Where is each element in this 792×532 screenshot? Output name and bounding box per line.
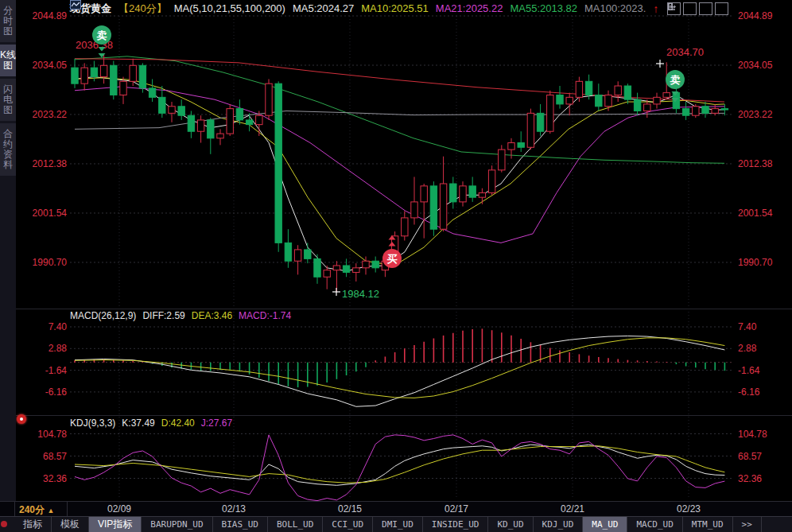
header-toolbar — [667, 2, 728, 15]
export-icon[interactable] — [715, 2, 728, 15]
price-annotation: 2034.70 — [666, 46, 704, 58]
ma-summary: MA(5,10,21,55,100,200) — [174, 2, 285, 14]
svg-text:2012.38: 2012.38 — [33, 158, 68, 169]
macd-diff-value: DIFF:2.59 — [142, 310, 184, 321]
svg-text:68.57: 68.57 — [43, 451, 67, 462]
svg-text:7.40: 7.40 — [49, 321, 68, 332]
indicator-tab[interactable]: VIP指标 — [89, 517, 142, 532]
divider — [14, 502, 15, 516]
sidebar-tab-item[interactable]: 闪电图 — [0, 79, 16, 121]
date-label: 02/15 — [338, 503, 362, 515]
price-up-arrow-icon: ↑ — [653, 2, 658, 15]
svg-text:2044.89: 2044.89 — [33, 10, 68, 21]
sidebar-tab-selected[interactable]: K线图 — [0, 45, 16, 76]
macd-macd-value: MACD:-1.74 — [239, 310, 291, 321]
indicator-tab[interactable]: MTM_UD — [683, 517, 733, 532]
indicator-tab[interactable]: KDJ_UD — [534, 517, 584, 532]
macd-title: MACD(26,12,9) — [70, 310, 136, 321]
svg-text:-6.16: -6.16 — [738, 386, 760, 398]
kdj-k-value: K:37.49 — [122, 417, 154, 429]
kdj-panel-header: KDJ(9,3,3) K:37.49 D:42.40 J:27.67 — [70, 417, 232, 429]
indicator-tab[interactable]: MACD_UD — [627, 517, 682, 532]
sidebar-tab-item[interactable]: 合约资料 — [0, 123, 16, 176]
ma21-value: MA21:2025.22 — [436, 2, 503, 14]
period-label: 【240分】 — [118, 2, 167, 16]
ma-line-ma5 — [75, 77, 724, 271]
svg-text:2012.38: 2012.38 — [738, 158, 773, 169]
indicator-tab[interactable]: BIAS_UD — [213, 517, 268, 532]
ma-line-ma100 — [75, 111, 724, 129]
svg-text:32.36: 32.36 — [738, 473, 762, 484]
svg-text:1990.70: 1990.70 — [738, 257, 773, 268]
svg-text:2023.22: 2023.22 — [33, 109, 68, 120]
trading-app-window: { "header": { "title": "现货黄金", "period":… — [0, 0, 792, 532]
svg-text:2001.54: 2001.54 — [738, 208, 773, 219]
sidebar-tab-item[interactable]: 分时图 — [0, 0, 16, 42]
divider — [67, 502, 68, 516]
indicator-tab[interactable]: BOLL_UD — [268, 517, 323, 532]
ma5-value: MA5:2024.27 — [293, 2, 354, 14]
macd-panel-header: MACD(26,12,9) DIFF:2.59 DEA:3.46 MACD:-1… — [70, 310, 291, 321]
date-label: 02/13 — [222, 503, 246, 515]
axis-chart-icon[interactable] — [683, 2, 697, 15]
date-label: 02/21 — [561, 503, 584, 515]
ma100-value: MA100:2023. — [584, 2, 646, 14]
svg-text:7.40: 7.40 — [738, 321, 757, 332]
price-annotation: 1984.12 — [342, 288, 379, 300]
indicator-tab[interactable]: CCI_UD — [323, 517, 373, 532]
indicator-toolbar: 指标模板VIP指标BARUPDN_UDBIAS_UDBOLL_UDCCI_UDD… — [0, 516, 792, 532]
svg-text:2.88: 2.88 — [49, 343, 68, 354]
svg-text:104.78: 104.78 — [738, 429, 767, 440]
svg-text:104.78: 104.78 — [37, 429, 67, 440]
svg-text:2023.22: 2023.22 — [738, 109, 773, 120]
svg-text:32.36: 32.36 — [43, 473, 67, 484]
svg-text:2034.05: 2034.05 — [33, 60, 68, 71]
chevron-up-icon: ▲ — [47, 507, 54, 515]
svg-text:68.57: 68.57 — [738, 451, 762, 462]
svg-text:卖: 卖 — [670, 74, 681, 86]
date-label: 02/23 — [677, 503, 701, 515]
svg-text:2001.54: 2001.54 — [33, 208, 68, 219]
svg-text:-1.64: -1.64 — [45, 365, 68, 376]
date-label: 02/09 — [107, 503, 131, 515]
period-selector[interactable]: 240分 ▲ — [19, 503, 54, 517]
indicator-tab[interactable]: INSIDE_UD — [423, 517, 489, 532]
svg-text:2034.05: 2034.05 — [738, 60, 773, 71]
indicator-tab[interactable]: MA_UD — [583, 517, 627, 532]
axis-play-icon[interactable] — [699, 2, 712, 15]
indicator-tab[interactable]: KD_UD — [488, 517, 533, 532]
ma10-value: MA10:2025.51 — [361, 2, 429, 14]
indicator-tab[interactable]: 模板 — [52, 517, 89, 532]
date-label: 02/17 — [445, 503, 468, 515]
alert-dot-icon — [1, 521, 7, 527]
svg-text:2044.89: 2044.89 — [738, 10, 773, 21]
svg-text:买: 买 — [387, 253, 398, 265]
mini-chart-icon — [70, 0, 81, 10]
time-axis-row: 240分 ▲ 02/0902/1302/1502/1702/2102/23 — [0, 501, 792, 516]
indicator-tab[interactable]: BARUPDN_UD — [142, 517, 212, 532]
kdj-title: KDJ(9,3,3) — [70, 417, 115, 429]
svg-text:-1.64: -1.64 — [738, 365, 760, 376]
kdj-d-value: D:42.40 — [161, 417, 195, 429]
ma-line-ma10 — [75, 78, 724, 266]
macd-dea-value: DEA:3.46 — [192, 310, 232, 321]
svg-text:2.88: 2.88 — [738, 343, 757, 354]
indicator-tab[interactable]: >> — [733, 517, 762, 532]
left-sidebar: 分时图K线图闪电图合约资料 — [0, 0, 16, 501]
indicator-settings-icon[interactable] — [17, 414, 26, 424]
svg-text:1990.70: 1990.70 — [33, 257, 68, 268]
kdj-j-value: J:27.67 — [201, 417, 232, 429]
ma55-value: MA55:2013.82 — [510, 2, 577, 14]
svg-text:卖: 卖 — [97, 29, 107, 41]
chart-header: 现货黄金 【240分】 MA(5,10,21,55,100,200) MA5:2… — [70, 0, 658, 17]
indicator-tab[interactable]: DMI_UD — [373, 517, 423, 532]
indicator-tab[interactable]: 指标 — [14, 517, 52, 532]
svg-text:-6.16: -6.16 — [45, 386, 68, 398]
